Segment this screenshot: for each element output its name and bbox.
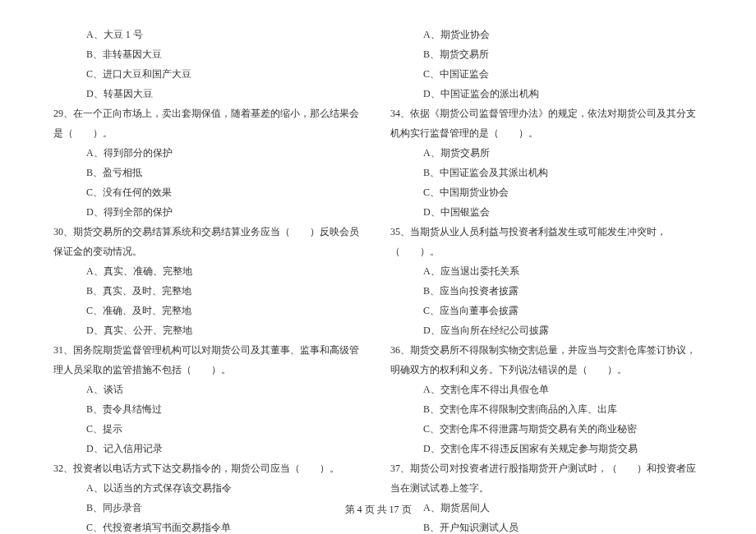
q33-option-c: C、中国证监会 (390, 64, 703, 84)
q36-option-b: B、交割仓库不得限制交割商品的入库、出库 (390, 399, 703, 419)
left-column: A、大豆 1 号 B、非转基因大豆 C、进口大豆和国产大豆 D、转基因大豆 29… (41, 25, 378, 534)
q30-option-b: B、真实、及时、完整地 (53, 281, 366, 301)
page-content: A、大豆 1 号 B、非转基因大豆 C、进口大豆和国产大豆 D、转基因大豆 29… (0, 0, 756, 534)
q28-option-a: A、大豆 1 号 (53, 25, 366, 44)
q33-option-b: B、期货交易所 (390, 44, 703, 64)
q34-text: 34、依据《期货公司监督管理办法》的规定，依法对期货公司及其分支机构实行监督管理… (390, 104, 703, 143)
q31-text: 31、国务院期货监督管理机构可以对期货公司及其董事、监事和高级管理人员采取的监管… (53, 340, 366, 380)
q33-option-d: D、中国证监会的派出机构 (390, 84, 703, 104)
q28-option-d: D、转基因大豆 (53, 84, 366, 104)
q36-option-c: C、交割仓库不得泄露与期货交易有关的商业秘密 (390, 419, 703, 439)
q29-option-c: C、没有任何的效果 (53, 182, 366, 202)
q30-option-a: A、真实、准确、完整地 (53, 261, 366, 281)
q31-option-b: B、责令具结悔过 (53, 399, 366, 419)
q29-option-b: B、盈亏相抵 (53, 163, 366, 182)
q28-option-b: B、非转基因大豆 (53, 44, 366, 64)
q29-text: 29、在一个正向市场上，卖出套期保值，随着基差的缩小，那么结果会是（ ）。 (53, 104, 366, 143)
q29-option-a: A、得到部分的保护 (53, 143, 366, 163)
q37-text: 37、期货公司对投资者进行股指期货开户测试时，（ ）和投资者应当在测试试卷上签字… (390, 458, 703, 498)
q35-option-c: C、应当向董事会披露 (390, 301, 703, 320)
q37-option-b: B、开户知识测试人员 (390, 518, 703, 534)
page-footer: 第 4 页 共 17 页 (0, 499, 756, 519)
q28-option-c: C、进口大豆和国产大豆 (53, 64, 366, 84)
q34-option-b: B、中国证监会及其派出机构 (390, 163, 703, 182)
q31-option-a: A、谈话 (53, 380, 366, 399)
q31-option-d: D、记入信用记录 (53, 439, 366, 458)
q36-option-a: A、交割仓库不得出具假仓单 (390, 380, 703, 399)
q34-option-a: A、期货交易所 (390, 143, 703, 163)
q32-text: 32、投资者以电话方式下达交易指令的，期货公司应当（ ）。 (53, 458, 366, 478)
q32-option-c: C、代投资者填写书面交易指令单 (53, 518, 366, 534)
q34-option-c: C、中国期货业协会 (390, 182, 703, 202)
q30-text: 30、期货交易所的交易结算系统和交易结算业务应当（ ）反映会员保证金的变动情况。 (53, 222, 366, 261)
q30-option-c: C、准确、及时、完整地 (53, 301, 366, 320)
q30-option-d: D、真实、公开、完整地 (53, 320, 366, 340)
q36-text: 36、期货交易所不得限制实物交割总量，并应当与交割仓库签订协议，明确双方的权利和… (390, 340, 703, 380)
right-column: A、期货业协会 B、期货交易所 C、中国证监会 D、中国证监会的派出机构 34、… (378, 25, 715, 534)
q29-option-d: D、得到全部的保护 (53, 202, 366, 222)
q36-option-d: D、交割仓库不得违反国家有关规定参与期货交易 (390, 439, 703, 458)
q35-text: 35、当期货从业人员利益与投资者利益发生或可能发生冲突时，（ ）。 (390, 222, 703, 261)
q34-option-d: D、中国银监会 (390, 202, 703, 222)
q32-option-a: A、以适当的方式保存该交易指令 (53, 478, 366, 498)
q31-option-c: C、提示 (53, 419, 366, 439)
q35-option-a: A、应当退出委托关系 (390, 261, 703, 281)
q35-option-b: B、应当向投资者披露 (390, 281, 703, 301)
q33-option-a: A、期货业协会 (390, 25, 703, 44)
q35-option-d: D、应当向所在经纪公司披露 (390, 320, 703, 340)
